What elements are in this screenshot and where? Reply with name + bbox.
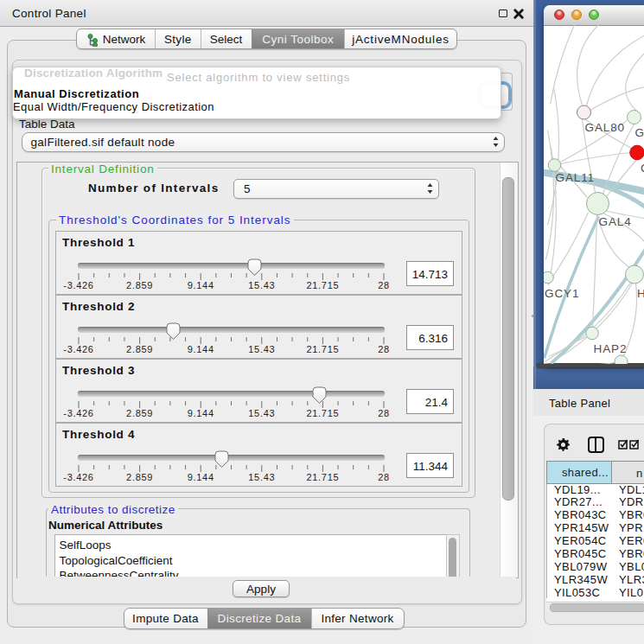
- svg-text:C: C: [641, 161, 644, 174]
- svg-text:H: H: [637, 286, 644, 299]
- svg-text:GCY1: GCY1: [545, 286, 579, 299]
- svg-text:GAL80: GAL80: [584, 121, 625, 134]
- svg-text:GAL11: GAL11: [555, 170, 595, 183]
- svg-text:HAP2: HAP2: [593, 341, 627, 354]
- svg-text:GAL4: GAL4: [598, 215, 631, 228]
- svg-text:GA: GA: [634, 125, 644, 138]
